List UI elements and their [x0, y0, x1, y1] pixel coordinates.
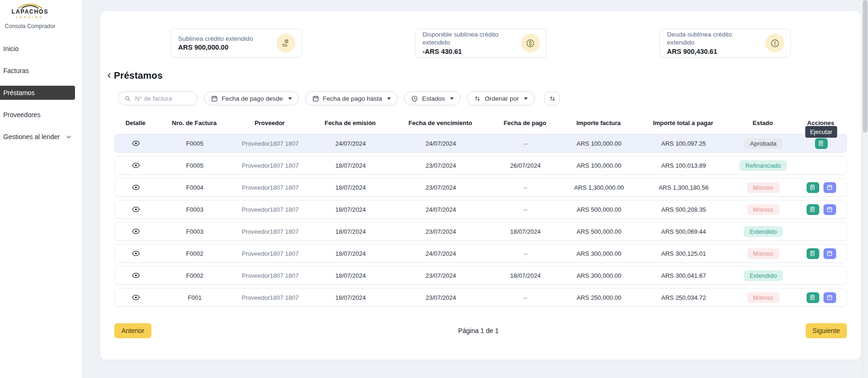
execute-loan-button[interactable]	[807, 292, 819, 303]
view-detail-button[interactable]	[131, 160, 141, 170]
view-detail-button[interactable]	[131, 182, 141, 193]
table-header-row: DetalleNro. de FacturaProveedorFecha de …	[114, 117, 847, 134]
installments-button[interactable]	[823, 248, 836, 259]
status-cell: Moroso	[732, 248, 795, 259]
installments-button[interactable]	[823, 292, 836, 303]
logo-title: LAPACHOS	[0, 8, 60, 15]
execute-loan-button[interactable]	[815, 138, 828, 149]
due-date: 23/07/2024	[393, 184, 488, 191]
date-to-filter[interactable]: Fecha de pago hasta	[305, 91, 398, 105]
execute-loan-button[interactable]	[807, 204, 819, 215]
next-page-button[interactable]: Siguiente	[806, 323, 847, 338]
sort-direction-button[interactable]	[545, 92, 560, 105]
clock-icon	[411, 95, 418, 102]
back-chevron-icon[interactable]: ‹	[107, 69, 111, 81]
invoice-search-input[interactable]	[135, 95, 192, 102]
status-badge: Extendido	[744, 270, 783, 281]
installments-button[interactable]	[823, 204, 836, 215]
status-cell: Extendido	[732, 226, 795, 237]
detail-cell	[115, 182, 157, 193]
invoice-amount: ARS 250,000.00	[562, 294, 636, 301]
summary-card-value: ARS 900,430.61	[667, 48, 761, 55]
status-cell: Refinanciado	[732, 160, 795, 171]
issue-date: 18/07/2024	[308, 206, 393, 213]
actions-cell	[795, 245, 847, 262]
sidebar-item-label: Préstamos	[3, 89, 35, 96]
sidebar-item-proveedores[interactable]: Proveedores	[0, 108, 82, 122]
summary-card-text: Disponible sublínea crédito extendido-AR…	[423, 31, 516, 55]
sidebar-item-label: Gestiones al lender	[3, 133, 60, 141]
eye-icon	[132, 139, 140, 148]
provider-name: Proveedor1807 1807	[232, 206, 308, 213]
execute-loan-button[interactable]	[807, 182, 819, 193]
summary-card: Disponible sublínea crédito extendido-AR…	[415, 29, 546, 58]
sort-arrows-icon	[549, 95, 556, 102]
payment-date: 18/07/2024	[488, 272, 562, 279]
previous-page-button[interactable]: Anterior	[114, 323, 151, 338]
detail-cell	[115, 270, 157, 281]
sidebar-item-label: Proveedores	[3, 111, 40, 119]
payment-date: --	[488, 140, 562, 147]
column-header: Estado	[731, 119, 794, 126]
chevron-down-icon	[524, 97, 528, 100]
table-row: F0005Proveedor1807 180724/07/202424/07/2…	[114, 134, 847, 153]
logo-subtitle: LENDING	[0, 15, 60, 19]
view-detail-button[interactable]	[131, 138, 141, 148]
sidebar: LAPACHOS LENDING Consola Comprador Inici…	[0, 0, 82, 378]
view-detail-button[interactable]	[131, 204, 141, 215]
eye-icon	[132, 293, 140, 302]
sidebar-item-pr-stamos[interactable]: Préstamos	[0, 86, 75, 100]
table-row: F0004Proveedor1807 180718/07/202423/07/2…	[114, 178, 847, 197]
sort-arrows-icon	[474, 95, 481, 102]
invoice-number: F0003	[157, 228, 232, 235]
states-filter[interactable]: Estados	[404, 91, 461, 105]
issue-date: 18/07/2024	[308, 184, 393, 191]
column-header: Importe factura	[562, 119, 635, 126]
sort-by-label: Ordenar por	[485, 95, 519, 102]
scrollbar-thumb[interactable]	[863, 0, 868, 133]
column-header: Detalle	[114, 119, 157, 126]
payment-date: --	[488, 184, 562, 191]
actions-cell	[795, 200, 847, 218]
actions-cell: Ejecutar	[795, 134, 847, 152]
view-detail-button[interactable]	[131, 248, 141, 259]
table-row: F0002Proveedor1807 180718/07/202423/07/2…	[114, 266, 847, 285]
sidebar-item-gestiones-al-lender[interactable]: Gestiones al lender	[0, 130, 82, 144]
chevron-down-icon	[65, 133, 72, 141]
calendar-icon	[826, 206, 833, 213]
summary-card-title: Sublínea crédito extendido	[178, 35, 253, 43]
due-date: 23/07/2024	[393, 162, 488, 169]
issue-date: 18/07/2024	[308, 272, 393, 279]
eye-icon	[132, 271, 140, 280]
sidebar-item-facturas[interactable]: Facturas	[0, 64, 82, 78]
installments-button[interactable]	[823, 182, 836, 193]
sort-by-filter[interactable]: Ordenar por	[467, 91, 535, 105]
provider-name: Proveedor1807 1807	[232, 294, 308, 301]
issue-date: 18/07/2024	[308, 294, 393, 301]
view-detail-button[interactable]	[131, 226, 141, 237]
execute-loan-button[interactable]	[807, 248, 819, 259]
eye-icon	[132, 183, 140, 192]
view-detail-button[interactable]	[131, 292, 141, 303]
total-amount: ARS 100,013.89	[636, 162, 732, 169]
invoice-icon	[818, 140, 824, 147]
invoice-number: F0005	[157, 140, 232, 147]
eye-icon	[132, 161, 140, 170]
alert-circle-icon	[765, 34, 784, 52]
table-row: F001Proveedor1807 180718/07/202423/07/20…	[114, 288, 847, 307]
scrollbar[interactable]	[862, 0, 868, 378]
view-detail-button[interactable]	[131, 270, 141, 281]
invoice-amount: ARS 1,300,000.00	[562, 184, 636, 191]
hand-coin-icon	[277, 34, 295, 52]
logo: LAPACHOS LENDING	[0, 3, 60, 19]
due-date: 24/07/2024	[393, 206, 488, 213]
column-header: Fecha de pago	[488, 119, 562, 126]
actions-cell	[795, 289, 847, 306]
due-date: 24/07/2024	[393, 140, 488, 147]
calendar-icon	[826, 294, 833, 301]
date-to-label: Fecha de pago hasta	[323, 95, 382, 102]
summary-card-value: ARS 900,000.00	[178, 44, 253, 51]
date-from-filter[interactable]: Fecha de pago desde	[204, 91, 299, 105]
sidebar-item-inicio[interactable]: Inicio	[0, 42, 82, 56]
main-area: Sublínea crédito extendidoARS 900,000.00…	[82, 0, 868, 378]
